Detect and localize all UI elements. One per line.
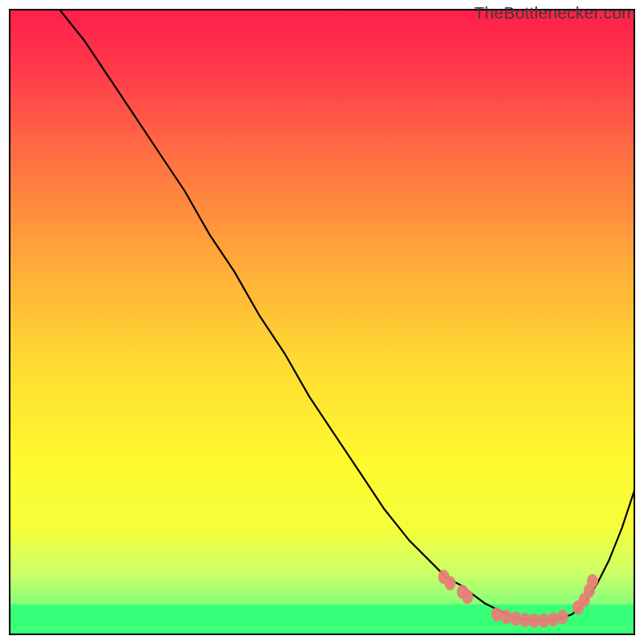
svg-point-14 xyxy=(547,612,559,626)
svg-rect-1 xyxy=(10,10,634,634)
svg-point-19 xyxy=(587,574,598,588)
svg-point-8 xyxy=(491,607,502,621)
chart-canvas xyxy=(0,0,644,644)
svg-point-9 xyxy=(501,609,512,624)
watermark-label: TheBottlenecker.com xyxy=(474,3,636,23)
svg-point-7 xyxy=(462,589,473,604)
bottleneck-chart: TheBottlenecker.com xyxy=(0,0,644,644)
svg-point-5 xyxy=(444,576,456,590)
svg-point-15 xyxy=(557,609,568,624)
